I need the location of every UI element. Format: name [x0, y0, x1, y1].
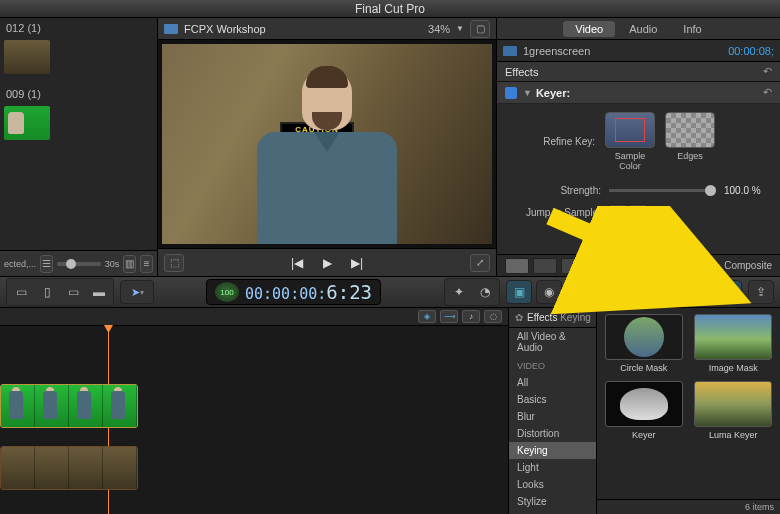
themes-browser-icon[interactable]: ▦: [686, 280, 712, 304]
effects-browser-icon[interactable]: ▭▭: [716, 280, 742, 304]
list-view-icon[interactable]: ≡: [140, 255, 153, 273]
tab-audio[interactable]: Audio: [617, 21, 669, 37]
effects-header: Effects: [527, 312, 557, 323]
overwrite-clip-icon[interactable]: ▬: [87, 281, 111, 303]
photos-browser-icon[interactable]: ▣: [506, 280, 532, 304]
music-browser-icon[interactable]: ♫: [566, 280, 592, 304]
effect-thumb: [694, 381, 772, 427]
fx-category-all-av[interactable]: All Video & Audio: [509, 328, 596, 356]
selection-label: ected,...: [4, 259, 36, 269]
filter-icon[interactable]: ☰: [40, 255, 53, 273]
view-options-icon[interactable]: ▢: [470, 20, 490, 38]
edges-label: Edges: [663, 151, 717, 161]
fx-category[interactable]: Distortion: [509, 425, 596, 442]
project-icon: [164, 24, 178, 34]
prev-edit-button[interactable]: |◀: [286, 253, 308, 273]
render-badge: 100: [215, 282, 239, 302]
view-composite-button[interactable]: [505, 258, 529, 274]
solo-icon[interactable]: ◌: [484, 310, 502, 323]
library-clip-thumb[interactable]: [4, 106, 50, 140]
library-event[interactable]: 012 (1): [0, 18, 157, 38]
timeline-clip[interactable]: [0, 384, 138, 428]
fx-category[interactable]: Basics: [509, 391, 596, 408]
jump-prev-button[interactable]: ◀: [609, 204, 627, 220]
zoom-menu-icon[interactable]: ▼: [456, 24, 464, 33]
clip-timecode: 00:00:08;: [728, 45, 774, 57]
library-panel: 012 (1) 009 (1) ected,... ☰ 30s ▥ ≡: [0, 18, 158, 276]
library-clip-thumb[interactable]: [4, 40, 50, 74]
next-edit-button[interactable]: ▶|: [346, 253, 368, 273]
strength-value[interactable]: 100.0 %: [724, 185, 772, 196]
main-toolbar: ▭ ▯ ▭ ▬ ➤ ▾ 100 00:00:00: 6:23 ✦ ◔ ▣ ◉ ♫…: [0, 276, 780, 308]
library-event[interactable]: 009 (1): [0, 84, 157, 104]
fx-category[interactable]: Keying: [509, 442, 596, 459]
event-count: (1): [27, 22, 40, 34]
effect-thumb: [605, 381, 683, 427]
fx-category[interactable]: Blur: [509, 408, 596, 425]
jump-next-button[interactable]: ▶: [629, 204, 647, 220]
fx-category[interactable]: Light: [509, 459, 596, 476]
disclosure-icon[interactable]: ▼: [523, 88, 532, 98]
effect-name: Luma Keyer: [693, 430, 775, 440]
view-original-button[interactable]: [561, 258, 585, 274]
effects-count: 6 items: [597, 499, 780, 514]
person-figure: [252, 70, 402, 244]
skim-icon[interactable]: ⟿: [440, 310, 458, 323]
tab-info[interactable]: Info: [671, 21, 713, 37]
effect-keyer-row[interactable]: ▼ Keyer: ↶: [497, 82, 780, 104]
play-button[interactable]: ▶: [316, 253, 338, 273]
duration-label: 30s: [105, 259, 120, 269]
camera-icon[interactable]: ◉: [536, 280, 562, 304]
effect-item[interactable]: Image Mask: [693, 314, 775, 373]
snap-icon[interactable]: ◈: [418, 310, 436, 323]
generators-browser-icon[interactable]: ◎: [656, 280, 682, 304]
edges-button[interactable]: [665, 112, 715, 148]
sample-color-button[interactable]: [605, 112, 655, 148]
transform-tool-icon[interactable]: ⬚: [164, 254, 184, 272]
clip-appearance-icon[interactable]: ▥: [123, 255, 136, 273]
reset-icon[interactable]: ↶: [763, 65, 772, 78]
retime-icon[interactable]: ◔: [473, 281, 497, 303]
enhance-icon[interactable]: ✦: [447, 281, 471, 303]
effect-name: Circle Mask: [603, 363, 685, 373]
append-clip-icon[interactable]: ▭: [61, 281, 85, 303]
transitions-browser-icon[interactable]: ⧓: [596, 280, 622, 304]
fullscreen-icon[interactable]: ⤢: [470, 254, 490, 272]
effect-item[interactable]: Circle Mask: [603, 314, 685, 373]
app-titlebar: Final Cut Pro: [0, 0, 780, 18]
view-matte-button[interactable]: [533, 258, 557, 274]
tc-big: 6:23: [326, 281, 372, 303]
event-name: 012: [6, 22, 24, 34]
tc-small: 00:00:00:: [245, 285, 326, 303]
fx-group-video: VIDEO: [509, 358, 596, 374]
timeline-track-primary[interactable]: [0, 446, 138, 490]
share-icon[interactable]: ⇪: [748, 280, 774, 304]
zoom-level[interactable]: 34%: [428, 23, 450, 35]
timeline-panel[interactable]: ◈ ⟿ ♪ ◌: [0, 308, 508, 514]
fx-category[interactable]: All: [509, 374, 596, 391]
inspector-panel: Video Audio Info 1greenscreen 00:00:08; …: [497, 18, 780, 276]
event-count: (1): [27, 88, 40, 100]
thumbnail-size-slider[interactable]: [57, 262, 101, 266]
effect-item[interactable]: Keyer: [603, 381, 685, 440]
clip-name: 1greenscreen: [523, 45, 590, 57]
reset-effect-icon[interactable]: ↶: [763, 86, 772, 99]
effects-header: Effects: [505, 66, 538, 78]
sample-color-label: Sample Color: [603, 151, 657, 171]
viewer-canvas[interactable]: CAUTION EYE PROTECTION REQUIRED BEYOND T…: [158, 40, 496, 248]
connect-clip-icon[interactable]: ▭: [9, 281, 33, 303]
fx-category[interactable]: Stylize: [509, 493, 596, 510]
select-tool[interactable]: ➤ ▾: [120, 280, 154, 304]
refine-key-label: Refine Key:: [505, 136, 595, 147]
effect-enabled-checkbox[interactable]: [505, 87, 517, 99]
tab-video[interactable]: Video: [563, 21, 615, 37]
titles-browser-icon[interactable]: T: [626, 280, 652, 304]
insert-clip-icon[interactable]: ▯: [35, 281, 59, 303]
audio-skim-icon[interactable]: ♪: [462, 310, 480, 323]
fx-category[interactable]: Looks: [509, 476, 596, 493]
strength-slider[interactable]: [609, 189, 716, 192]
timeline-clip[interactable]: [0, 446, 138, 490]
effect-item[interactable]: Luma Keyer: [693, 381, 775, 440]
timecode-display[interactable]: 100 00:00:00: 6:23: [206, 279, 381, 305]
timeline-track-connected[interactable]: [0, 384, 138, 428]
